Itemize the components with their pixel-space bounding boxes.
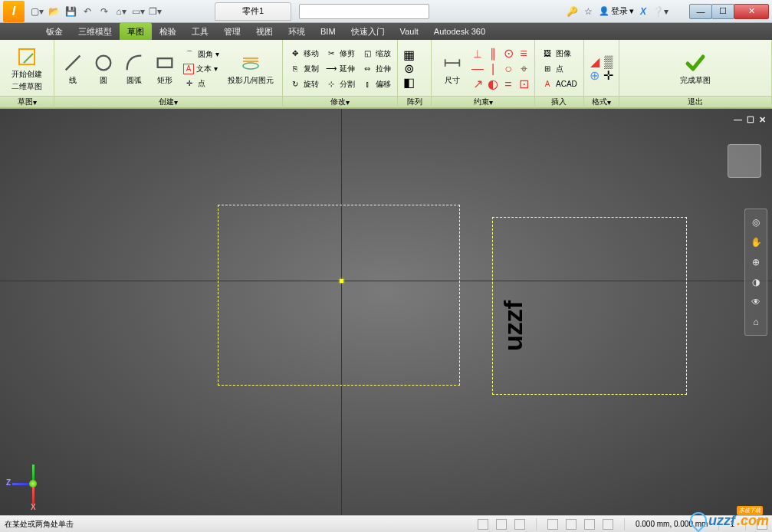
con-icon[interactable]: ∥ <box>487 48 499 60</box>
home-icon[interactable]: ⌂▾ <box>115 5 127 18</box>
svg-point-3 <box>243 63 258 69</box>
doc-max-icon[interactable]: ☐ <box>747 115 754 125</box>
tab-manage[interactable]: 管理 <box>216 23 248 40</box>
svg-point-1 <box>97 55 111 70</box>
minimize-button[interactable]: — <box>689 4 712 19</box>
rotate-label: 旋转 <box>304 79 319 90</box>
maximize-button[interactable]: ☐ <box>711 4 734 19</box>
con-icon[interactable]: ≡ <box>517 48 530 60</box>
key-icon[interactable]: 🔑 <box>567 6 578 17</box>
con-icon[interactable]: ⊙ <box>502 48 514 60</box>
fillet-button[interactable]: ⌒圆角 ▾ <box>182 48 221 61</box>
fmt-icon[interactable]: ⊕ <box>589 70 601 82</box>
stretch-button[interactable]: ⇔拉伸 <box>360 62 393 76</box>
star-icon[interactable]: ☆ <box>584 6 593 17</box>
status-icon[interactable] <box>566 519 577 530</box>
status-icon[interactable] <box>496 519 507 530</box>
arc-button[interactable]: 圆弧 <box>120 51 148 87</box>
tab-sketch[interactable]: 草图 <box>120 23 152 40</box>
fmt-icon[interactable]: ▒ <box>603 56 615 68</box>
scale-button[interactable]: ◱缩放 <box>360 47 393 61</box>
line-button[interactable]: 线 <box>59 51 87 87</box>
exchange-icon[interactable]: X <box>640 6 646 17</box>
con-icon[interactable]: = <box>502 78 514 90</box>
nav-pan-icon[interactable]: ✋ <box>745 232 767 252</box>
insert-point-button[interactable]: ⊞点 <box>540 62 579 76</box>
split-button[interactable]: ⊹分割 <box>324 77 356 91</box>
start-sketch-icon <box>16 46 38 67</box>
tab-autodesk360[interactable]: Autodesk 360 <box>426 23 493 40</box>
con-icon[interactable]: ⊡ <box>517 78 530 90</box>
start-sketch-button[interactable]: 开始创建 二维草图 <box>5 44 49 94</box>
con-icon[interactable]: ⌖ <box>517 63 530 75</box>
project-button[interactable]: 投影几何图元 <box>224 51 278 87</box>
document-tab[interactable]: 零件1 <box>215 2 291 21</box>
acad-button[interactable]: AACAD <box>540 77 579 91</box>
nav-orbit-icon[interactable]: ◑ <box>745 272 767 292</box>
con-icon[interactable]: ↗ <box>471 78 484 90</box>
undo-icon[interactable]: ↶ <box>81 5 94 18</box>
doc-min-icon[interactable]: — <box>734 115 742 125</box>
tab-inspect[interactable]: 检验 <box>152 23 184 40</box>
nav-home-icon[interactable]: ⌂ <box>745 312 767 332</box>
con-icon[interactable]: | <box>487 63 499 75</box>
search-input[interactable] <box>299 4 429 19</box>
fillet-label: 圆角 <box>198 49 213 60</box>
tab-tools[interactable]: 工具 <box>184 23 216 40</box>
open-icon[interactable]: 📂 <box>48 5 60 18</box>
status-icon[interactable] <box>584 519 595 530</box>
image-button[interactable]: 🖼图像 <box>540 47 579 61</box>
app-logo-icon[interactable]: I <box>3 1 25 22</box>
pattern-circ-icon[interactable]: ⊚ <box>402 63 415 75</box>
offset-button[interactable]: ⫿偏移 <box>360 77 393 91</box>
copy-button[interactable]: ⎘复制 <box>287 62 320 76</box>
doc-close-icon[interactable]: ✕ <box>759 115 766 125</box>
text-icon: A <box>183 64 194 74</box>
tab-bim[interactable]: BIM <box>313 23 343 40</box>
move-button[interactable]: ✥移动 <box>287 47 320 61</box>
login-button[interactable]: 👤 登录 ▾ <box>599 5 634 17</box>
status-icon[interactable] <box>603 519 613 530</box>
tab-3dmodel[interactable]: 三维模型 <box>71 23 120 40</box>
fmt-icon[interactable]: ◢ <box>589 56 601 68</box>
status-icon[interactable] <box>547 519 558 530</box>
con-icon[interactable]: ⟂ <box>471 48 484 60</box>
trim-button[interactable]: ✂修剪 <box>324 47 356 61</box>
tab-quickstart[interactable]: 快速入门 <box>343 23 393 40</box>
point-button[interactable]: ✛点 <box>182 77 221 90</box>
tab-environment[interactable]: 环境 <box>281 23 313 40</box>
rect-button[interactable]: 矩形 <box>151 51 179 87</box>
dimension-button[interactable]: 尺寸 <box>436 51 468 87</box>
nav-wheel-icon[interactable]: ◎ <box>745 212 767 232</box>
watermark-tag: 东坡下载 <box>737 506 763 515</box>
status-icon[interactable] <box>514 519 525 530</box>
help-icon[interactable]: ❔▾ <box>652 6 669 17</box>
nav-look-icon[interactable]: 👁 <box>745 292 767 312</box>
tab-sheetmetal[interactable]: 钣金 <box>38 23 71 40</box>
tab-vault[interactable]: Vault <box>393 23 426 40</box>
pattern-mirror-icon[interactable]: ◧ <box>402 77 415 89</box>
new-icon[interactable]: ▢▾ <box>31 5 43 18</box>
con-icon[interactable]: — <box>471 63 484 75</box>
pattern-rect-icon[interactable]: ▦ <box>402 49 415 61</box>
con-icon[interactable]: ◐ <box>487 78 499 90</box>
close-button[interactable]: ✕ <box>734 4 769 19</box>
text-button[interactable]: A文本 ▾ <box>182 63 221 75</box>
save-icon[interactable]: 💾 <box>64 5 77 18</box>
nav-zoom-icon[interactable]: ⊕ <box>745 252 767 272</box>
finish-sketch-button[interactable]: 完成草图 <box>676 52 715 86</box>
drawing-canvas[interactable]: 东坡下载 uzzf — ☐ ✕ ◎ ✋ ⊕ ◑ 👁 ⌂ Z X <box>0 109 772 515</box>
circle-button[interactable]: 圆 <box>90 51 117 87</box>
rotate-button[interactable]: ↻旋转 <box>287 77 320 91</box>
tab-view[interactable]: 视图 <box>248 23 281 40</box>
status-icon[interactable] <box>478 519 488 530</box>
quick-access-toolbar: ▢▾ 📂 💾 ↶ ↷ ⌂▾ ▭▾ ❐▾ <box>31 5 161 18</box>
extend-button[interactable]: ⟶延伸 <box>324 62 356 76</box>
fmt-icon[interactable]: ✛ <box>603 70 615 82</box>
redo-icon[interactable]: ↷ <box>98 5 110 18</box>
con-icon[interactable]: ○ <box>502 63 514 75</box>
layers-icon[interactable]: ❐▾ <box>149 5 161 18</box>
viewcube[interactable] <box>728 144 761 178</box>
select-icon[interactable]: ▭▾ <box>132 5 144 18</box>
text-label: 文本 <box>196 64 212 74</box>
